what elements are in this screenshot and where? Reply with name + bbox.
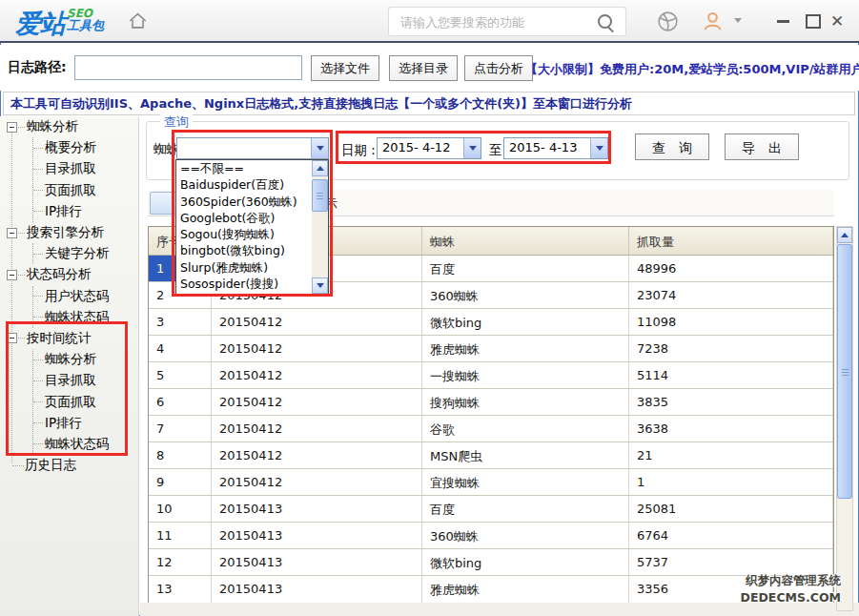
logo-stack: SEO 工具包 <box>67 8 104 31</box>
search-input[interactable] <box>399 11 588 33</box>
dropdown-option[interactable]: Slurp(雅虎蜘蛛) <box>176 259 308 276</box>
table-row[interactable]: 1320150413雅虎蜘蛛3356 <box>149 576 833 603</box>
chevron-down-icon <box>596 146 603 151</box>
dropdown-option[interactable]: Googlebot(谷歌) <box>176 210 308 226</box>
function-search-box[interactable] <box>388 7 626 36</box>
sidebar-group-spider-analysis: 蜘蛛分析 概要分析 目录抓取 页面抓取 IP排行 <box>0 116 139 222</box>
dropdown-button[interactable] <box>311 138 328 158</box>
maximize-button[interactable] <box>806 0 821 43</box>
spider-label: 蜘蛛 <box>153 141 179 158</box>
search-icon[interactable] <box>598 14 612 29</box>
size-limit-note: 【大小限制】免费用户:20M,爱站学员:500M,VIP/站群用户:无限制 <box>525 61 859 78</box>
dropdown-scrollbar[interactable] <box>312 160 328 294</box>
sidebar-item-history-logs[interactable]: 历史日志 <box>0 455 139 476</box>
dropdown-option[interactable]: ==不限== <box>176 160 308 176</box>
dropdown-button[interactable] <box>590 138 607 158</box>
sidebar-item-search-engine-analysis[interactable]: 搜索引擎分析 <box>0 222 139 243</box>
table-row[interactable]: 620150412搜狗蜘蛛3835 <box>149 389 833 416</box>
sidebar-group-time-statistics: 按时间统计 蜘蛛分析 目录抓取 页面抓取 IP排行 蜘蛛状态码 <box>0 328 139 455</box>
table-scrollbar[interactable] <box>836 226 853 611</box>
logo-text-main: 爱站 <box>15 7 65 41</box>
drag-drop-notice: 本工具可自动识别IIS、Apache、Nginx日志格式,支持直接拖拽日志【一个… <box>3 92 855 115</box>
date-from-select[interactable]: 2015- 4-12 <box>377 137 481 159</box>
table-row[interactable]: 1020150413百度25081 <box>149 496 833 523</box>
logo-text-pkg: 工具包 <box>67 19 104 31</box>
sidebar-item-spider-status-code[interactable]: 蜘蛛状态码 <box>33 307 139 328</box>
table-row[interactable]: 920150412宜搜蜘蛛1 <box>149 469 833 496</box>
sidebar-item-summary-analysis[interactable]: 概要分析 <box>33 137 139 158</box>
close-button[interactable]: ✕ <box>830 0 844 43</box>
app-window: 爱站 SEO 工具包 <box>0 0 859 616</box>
home-icon[interactable] <box>127 10 149 35</box>
sidebar: 蜘蛛分析 概要分析 目录抓取 页面抓取 IP排行 搜索引擎分析 关键字分析 <box>0 116 139 616</box>
sidebar-item-status-code-analysis[interactable]: 状态码分析 <box>0 264 139 285</box>
sidebar-item-user-status-code[interactable]: 用户状态码 <box>33 286 139 307</box>
date-label: 日期 : <box>341 142 376 159</box>
query-button[interactable]: 查 询 <box>635 133 709 160</box>
dropdown-option[interactable]: Sosospider(搜搜) <box>176 276 308 292</box>
spider-select[interactable] <box>176 137 329 159</box>
globe-icon[interactable] <box>656 10 680 37</box>
chevron-down-icon <box>317 146 324 151</box>
app-logo: 爱站 SEO 工具包 <box>15 7 104 41</box>
log-path-input[interactable] <box>74 55 302 80</box>
sidebar-item-keyword-analysis[interactable]: 关键字分析 <box>33 243 139 264</box>
results-tab[interactable] <box>150 192 176 215</box>
notice-text: 本工具可自动识别IIS、Apache、Nginx日志格式,支持直接拖拽日志【一个… <box>10 95 632 113</box>
export-button[interactable]: 导 出 <box>725 133 799 160</box>
sidebar-item-time-dir-crawl[interactable]: 目录抓取 <box>33 370 139 391</box>
sidebar-item-time-ip-rank[interactable]: IP排行 <box>33 413 139 434</box>
sidebar-item-time-spider-analysis[interactable]: 蜘蛛分析 <box>33 349 139 370</box>
close-icon: ✕ <box>830 13 844 30</box>
scrollbar-up-icon[interactable] <box>837 227 852 243</box>
chevron-down-icon[interactable] <box>734 18 742 23</box>
query-legend: 查询 <box>160 113 193 131</box>
table-row[interactable]: 520150412一搜蜘蛛5114 <box>149 362 833 389</box>
sidebar-item-time-spider-status-code[interactable]: 蜘蛛状态码 <box>33 434 139 455</box>
spider-dropdown-list: ==不限== Baiduspider(百度) 360Spider(360蜘蛛) … <box>175 159 329 295</box>
dropdown-option[interactable]: Baiduspider(百度) <box>176 176 308 193</box>
select-dir-button[interactable]: 选择目录 <box>389 55 458 81</box>
collapse-icon[interactable] <box>7 270 17 280</box>
sidebar-item-spider-analysis[interactable]: 蜘蛛分析 <box>0 116 139 137</box>
collapse-icon[interactable] <box>7 122 17 133</box>
scrollbar-down-icon[interactable] <box>312 277 328 294</box>
dropdown-option[interactable]: bingbot(微软bing) <box>176 242 308 258</box>
table-row[interactable]: 1120150413360蜘蛛6764 <box>149 523 833 549</box>
sidebar-item-time-page-crawl[interactable]: 页面抓取 <box>33 391 139 412</box>
collapse-icon[interactable] <box>7 228 17 238</box>
sidebar-group-search-engine: 搜索引擎分析 关键字分析 <box>0 222 139 264</box>
col-header-spider[interactable]: 蜘蛛 <box>422 227 629 255</box>
minimize-button[interactable] <box>777 0 789 43</box>
scrollbar-thumb[interactable] <box>837 244 852 499</box>
col-header-crawl-count[interactable]: 抓取量 <box>629 227 833 255</box>
sidebar-item-time-statistics[interactable]: 按时间统计 <box>0 328 139 349</box>
title-bar: 爱站 SEO 工具包 <box>0 0 859 43</box>
log-path-label: 日志路径: <box>8 59 67 76</box>
table-row[interactable]: 720150412谷歌3638 <box>149 416 833 442</box>
scrollbar-up-icon[interactable] <box>312 160 328 176</box>
log-path-toolbar: 日志路径: 选择文件 选择目录 点击分析 【大小限制】免费用户:20M,爱站学员… <box>0 45 859 91</box>
table-row[interactable]: 1220150413微软bing5737 <box>149 549 833 576</box>
sidebar-item-page-crawl[interactable]: 页面抓取 <box>33 180 139 201</box>
sidebar-group-status-code: 状态码分析 用户状态码 蜘蛛状态码 <box>0 264 139 328</box>
date-to-select[interactable]: 2015- 4-13 <box>503 137 608 159</box>
dropdown-option[interactable]: 360Spider(360蜘蛛) <box>176 194 308 210</box>
table-row[interactable]: 820150412MSN爬虫21 <box>149 442 833 469</box>
sidebar-item-ip-rank[interactable]: IP排行 <box>33 201 139 222</box>
collapse-icon[interactable] <box>7 333 17 343</box>
scrollbar-thumb[interactable] <box>312 179 328 212</box>
analyze-button[interactable]: 点击分析 <box>464 55 533 81</box>
dropdown-option[interactable]: Sogou(搜狗蜘蛛) <box>176 226 308 242</box>
watermark: 织梦内容管理系统 DEDECMS.COM <box>732 572 841 606</box>
sidebar-item-dir-crawl[interactable]: 目录抓取 <box>33 158 139 179</box>
dropdown-button[interactable] <box>463 138 481 158</box>
table-row[interactable]: 420150412雅虎蜘蛛7238 <box>149 336 833 362</box>
watermark-line1: 织梦内容管理系统 <box>732 572 841 589</box>
watermark-line2: DEDECMS.COM <box>732 589 841 606</box>
table-row[interactable]: 320150412微软bing11098 <box>149 309 833 336</box>
user-icon[interactable] <box>701 10 725 37</box>
select-file-button[interactable]: 选择文件 <box>311 55 379 81</box>
to-label: 至 <box>489 142 502 159</box>
sidebar-tree: 蜘蛛分析 概要分析 目录抓取 页面抓取 IP排行 搜索引擎分析 关键字分析 <box>0 116 139 476</box>
